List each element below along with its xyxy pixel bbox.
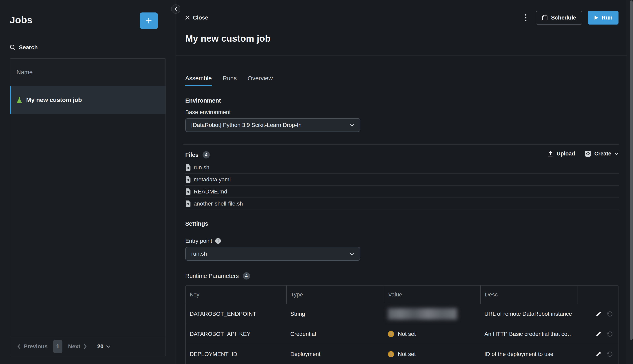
code-file-icon — [185, 164, 190, 171]
search-button[interactable]: Search — [10, 44, 38, 51]
tab-assemble[interactable]: Assemble — [185, 75, 212, 84]
table-row: DEPLOYMENT_ID Deployment Not set ID of t… — [186, 344, 618, 364]
files-label: Files — [185, 152, 198, 158]
schedule-button[interactable]: Schedule — [536, 11, 582, 24]
close-button[interactable]: Close — [185, 14, 208, 21]
entry-point-label: Entry point — [185, 238, 221, 244]
param-actions — [577, 311, 618, 317]
create-file-icon — [585, 150, 591, 157]
job-detail-panel: Close Schedule Run My n — [176, 0, 626, 364]
next-page-button[interactable]: Next — [68, 343, 87, 350]
calendar-icon — [542, 15, 548, 21]
column-header-desc: Desc — [480, 286, 577, 304]
play-icon — [594, 15, 598, 20]
tab-runs[interactable]: Runs — [223, 75, 237, 84]
param-desc: ID of the deployment to use — [480, 351, 574, 357]
param-value — [384, 308, 480, 320]
job-name-label: My new custom job — [26, 96, 82, 103]
run-label: Run — [602, 14, 612, 21]
scrollbar-thumb[interactable] — [630, 0, 632, 340]
edit-parameter-button[interactable] — [595, 331, 602, 337]
add-job-button[interactable] — [140, 12, 158, 29]
param-desc: An HTTP Basic credential that cont… — [480, 331, 574, 337]
close-label: Close — [193, 14, 208, 21]
base-environment-select[interactable]: [DataRobot] Python 3.9 Scikit-Learn Drop… — [185, 118, 360, 132]
reset-parameter-button[interactable] — [607, 331, 613, 337]
next-label: Next — [68, 343, 80, 350]
create-file-button[interactable]: Create — [585, 150, 618, 157]
code-file-icon — [185, 176, 190, 183]
not-set-label: Not set — [398, 351, 416, 357]
column-header-type: Type — [286, 286, 384, 304]
file-row[interactable]: run.sh — [185, 162, 619, 174]
chevron-right-icon — [84, 344, 87, 349]
create-label: Create — [594, 151, 611, 157]
job-title: My new custom job — [185, 33, 271, 44]
tab-bar: Assemble Runs Overview — [185, 75, 273, 84]
more-actions-button[interactable] — [521, 11, 530, 24]
code-file-icon — [185, 200, 190, 207]
file-row[interactable]: metadata.yaml — [185, 174, 619, 186]
reset-parameter-button[interactable] — [607, 311, 613, 317]
param-type: Deployment — [286, 351, 384, 357]
file-name: metadata.yaml — [194, 176, 231, 183]
chevron-left-icon — [174, 7, 177, 12]
runtime-parameters-title: Runtime Parameters 4 — [185, 272, 250, 280]
files-section-title: Files 4 — [185, 151, 210, 158]
undo-icon — [607, 351, 613, 357]
jobs-sidebar: Jobs Search Name My new custom job — [0, 0, 176, 364]
header-divider — [176, 55, 626, 56]
previous-page-button[interactable]: Previous — [17, 343, 48, 350]
param-value: Not set — [384, 351, 480, 357]
edit-parameter-button[interactable] — [595, 311, 602, 317]
run-button[interactable]: Run — [588, 11, 618, 24]
redacted-value — [388, 308, 457, 320]
column-header-key: Key — [186, 286, 286, 304]
scrollbar-track[interactable] — [626, 0, 633, 364]
param-type: String — [286, 311, 384, 317]
upload-icon — [548, 151, 553, 157]
search-label: Search — [19, 44, 38, 51]
warning-icon — [388, 331, 394, 337]
runtime-parameters-table: Key Type Value Desc DATAROBOT_ENDPOINT S… — [185, 285, 619, 364]
reset-parameter-button[interactable] — [607, 351, 613, 357]
kebab-menu-icon — [525, 14, 526, 21]
file-name: run.sh — [194, 164, 209, 171]
chevron-left-icon — [17, 344, 21, 349]
app-root: Jobs Search Name My new custom job — [0, 0, 633, 364]
undo-icon — [607, 331, 613, 337]
param-key: DEPLOYMENT_ID — [186, 351, 286, 357]
info-icon[interactable] — [215, 238, 221, 244]
plus-icon — [146, 18, 152, 24]
upload-button[interactable]: Upload — [548, 151, 575, 157]
pencil-icon — [595, 331, 602, 337]
page-size-select[interactable]: 20 — [97, 343, 110, 350]
list-item-job[interactable]: My new custom job — [10, 86, 165, 114]
tab-overview[interactable]: Overview — [248, 75, 273, 84]
column-header-value: Value — [384, 286, 480, 304]
jobs-list: Name My new custom job Previous 1 Next — [10, 58, 166, 356]
close-icon — [185, 16, 190, 20]
previous-label: Previous — [24, 343, 48, 350]
section-divider — [183, 144, 619, 145]
not-set-label: Not set — [398, 331, 416, 337]
warning-icon — [388, 351, 394, 357]
entry-point-select[interactable]: run.sh — [185, 247, 360, 261]
file-row[interactable]: README.md — [185, 186, 619, 198]
collapse-panel-button[interactable] — [171, 4, 180, 14]
page-number-button[interactable]: 1 — [53, 340, 62, 353]
list-column-header-name: Name — [10, 59, 165, 86]
param-value: Not set — [384, 331, 480, 337]
edit-parameter-button[interactable] — [595, 351, 602, 357]
param-actions — [577, 351, 618, 357]
chevron-down-icon — [349, 252, 354, 255]
pencil-icon — [595, 311, 602, 317]
base-environment-value: [DataRobot] Python 3.9 Scikit-Learn Drop… — [191, 122, 302, 128]
header-actions: Schedule Run — [521, 11, 618, 24]
undo-icon — [607, 311, 613, 317]
param-key: DATAROBOT_ENDPOINT — [186, 311, 286, 317]
file-row[interactable]: another-shell-file.sh — [185, 198, 619, 210]
table-header-row: Key Type Value Desc — [186, 286, 618, 304]
param-key: DATAROBOT_API_KEY — [186, 331, 286, 337]
entry-point-value: run.sh — [191, 250, 207, 257]
